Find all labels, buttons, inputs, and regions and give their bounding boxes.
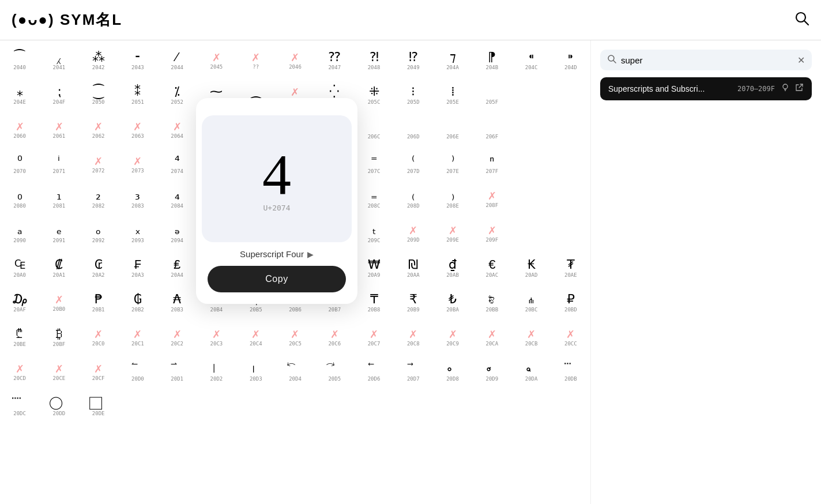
symbol-cell[interactable]: ⁰2070	[0, 147, 39, 182]
symbol-cell[interactable]: ₸20B8	[354, 285, 393, 320]
symbol-cell[interactable]: ✗20CC	[551, 320, 590, 355]
symbol-cell[interactable]: ₮20AE	[551, 251, 590, 285]
symbol-cell[interactable]: ✗2072	[79, 147, 118, 182]
symbol-cell[interactable]: ⁱ2071	[39, 147, 78, 182]
symbol-cell[interactable]: ₻20BB	[472, 285, 511, 320]
symbol-cell[interactable]: ₣20A3	[118, 251, 157, 285]
symbol-cell[interactable]	[511, 182, 551, 216]
symbol-cell[interactable]: ⁴2074	[157, 147, 197, 182]
symbol-cell[interactable]: ₀2080	[0, 182, 39, 216]
symbol-cell[interactable]: ⁂2042	[79, 43, 118, 78]
symbol-cell[interactable]: ⁞205E	[433, 78, 472, 112]
symbol-cell[interactable]: ⁬206C	[354, 112, 393, 147]
symbol-cell[interactable]: ₩20A9	[354, 251, 393, 285]
symbol-cell[interactable]	[315, 389, 354, 424]
symbol-cell[interactable]: ₢20A2	[79, 251, 118, 285]
symbol-cell[interactable]: ₃2083	[118, 182, 157, 216]
symbol-cell[interactable]: €20AC	[472, 251, 511, 285]
global-search-button[interactable]	[794, 11, 809, 29]
symbol-cell[interactable]: ⁜205C	[354, 78, 393, 112]
symbol-cell[interactable]: ⃜20DC	[0, 389, 39, 424]
symbol-cell[interactable]: ⃐20D0	[118, 355, 157, 389]
symbol-cell[interactable]: ⁎204E	[0, 78, 39, 112]
symbol-cell[interactable]	[551, 389, 590, 424]
symbol-cell[interactable]: ⁼207C	[354, 147, 393, 182]
symbol-cell[interactable]: ₍208D	[394, 182, 433, 216]
symbol-cell[interactable]	[511, 216, 551, 251]
symbol-cell[interactable]: ₜ209C	[354, 216, 393, 251]
symbol-cell[interactable]: ⁏204F	[39, 78, 78, 112]
popup-more-icon[interactable]: ▶	[307, 250, 314, 259]
symbol-cell[interactable]: ✗20CE	[39, 355, 78, 389]
symbol-cell[interactable]: ⃘20D8	[433, 355, 472, 389]
symbol-cell[interactable]: 205F	[472, 78, 511, 112]
symbol-cell[interactable]: ✗2046	[276, 43, 315, 78]
symbol-cell[interactable]	[236, 389, 276, 424]
symbol-cell[interactable]: ⃛20DB	[551, 355, 590, 389]
symbol-cell[interactable]: ⁒2052	[157, 78, 197, 112]
symbol-cell[interactable]: ⃓20D3	[236, 355, 276, 389]
symbol-cell[interactable]: ✗20B0	[39, 285, 78, 320]
symbol-cell[interactable]	[354, 389, 393, 424]
symbol-cell[interactable]: ✗2063	[118, 112, 157, 147]
symbol-cell[interactable]: ⃚20DA	[511, 355, 551, 389]
symbol-cell[interactable]: ⃑20D1	[157, 355, 197, 389]
symbol-cell[interactable]: ⁊204A	[433, 43, 472, 78]
symbol-cell[interactable]: ⃞20DE	[79, 389, 118, 424]
symbol-cell[interactable]: ✗20C5	[276, 320, 315, 355]
symbol-cell[interactable]: ⃖20D6	[354, 355, 393, 389]
symbol-cell[interactable]: ₠20A0	[0, 251, 39, 285]
symbol-cell[interactable]: ⁽207D	[394, 147, 433, 182]
symbol-cell[interactable]: ₭20AD	[511, 251, 551, 285]
symbol-cell[interactable]: ✗209E	[433, 216, 472, 251]
symbol-cell[interactable]	[551, 78, 590, 112]
symbol-cell[interactable]: ✗20CF	[79, 355, 118, 389]
symbol-cell[interactable]: ✗2064	[157, 112, 197, 147]
symbol-cell[interactable]	[276, 389, 315, 424]
symbol-cell[interactable]: ⃝20DD	[39, 389, 78, 424]
symbol-cell[interactable]: ⁮206E	[433, 112, 472, 147]
symbol-cell[interactable]: ⃔20D4	[276, 355, 315, 389]
symbol-cell[interactable]: ⁭206D	[394, 112, 433, 147]
symbol-cell[interactable]: ✗20C7	[354, 320, 393, 355]
symbol-cell[interactable]: ⁌204C	[511, 43, 551, 78]
symbol-cell[interactable]: ₺20BA	[433, 285, 472, 320]
symbol-cell[interactable]	[551, 216, 590, 251]
symbol-cell[interactable]: ⁀2040	[0, 43, 39, 78]
symbol-cell[interactable]	[433, 389, 472, 424]
symbol-cell[interactable]: ₽20BD	[551, 285, 590, 320]
symbol-cell[interactable]: ✗20C1	[118, 320, 157, 355]
symbol-cell[interactable]: ₫20AB	[433, 251, 472, 285]
symbol-cell[interactable]: ✗20C6	[315, 320, 354, 355]
symbol-cell[interactable]: ⃒20D2	[197, 355, 236, 389]
symbol-cell[interactable]: ✗20C8	[394, 320, 433, 355]
symbol-cell[interactable]: ⁃2043	[118, 43, 157, 78]
copy-button[interactable]: Copy	[208, 266, 346, 292]
symbol-cell[interactable]: ⁿ207F	[472, 147, 511, 182]
search-input[interactable]: super	[621, 55, 793, 65]
symbol-cell[interactable]: ₂2082	[79, 182, 118, 216]
symbol-cell[interactable]: ✗20CB	[511, 320, 551, 355]
symbol-cell[interactable]: ₌208C	[354, 182, 393, 216]
symbol-cell[interactable]	[118, 389, 157, 424]
symbol-cell[interactable]: ✗2073	[118, 147, 157, 182]
symbol-cell[interactable]: ₑ2091	[39, 216, 78, 251]
symbol-cell[interactable]: ₿20BF	[39, 320, 78, 355]
symbol-cell[interactable]	[511, 78, 551, 112]
symbol-cell[interactable]: ✗??	[236, 43, 276, 78]
symbol-cell[interactable]: ✗208F	[472, 182, 511, 216]
symbol-cell[interactable]: ₁2081	[39, 182, 78, 216]
bulb-icon[interactable]	[781, 83, 790, 95]
symbol-cell[interactable]: ₡20A1	[39, 251, 78, 285]
symbol-cell[interactable]: ✗20C3	[197, 320, 236, 355]
symbol-cell[interactable]: ✗209D	[394, 216, 433, 251]
symbol-cell[interactable]: ✗2061	[39, 112, 78, 147]
symbol-cell[interactable]: ✗20C0	[79, 320, 118, 355]
clear-search-button[interactable]: ✕	[797, 55, 805, 66]
symbol-cell[interactable]: ✗20CA	[472, 320, 511, 355]
symbol-cell[interactable]	[197, 389, 236, 424]
symbol-cell[interactable]: ₔ2094	[157, 216, 197, 251]
symbol-cell[interactable]: ✗20C9	[433, 320, 472, 355]
symbol-cell[interactable]: ₒ2092	[79, 216, 118, 251]
symbol-cell[interactable]: ✗2062	[79, 112, 118, 147]
